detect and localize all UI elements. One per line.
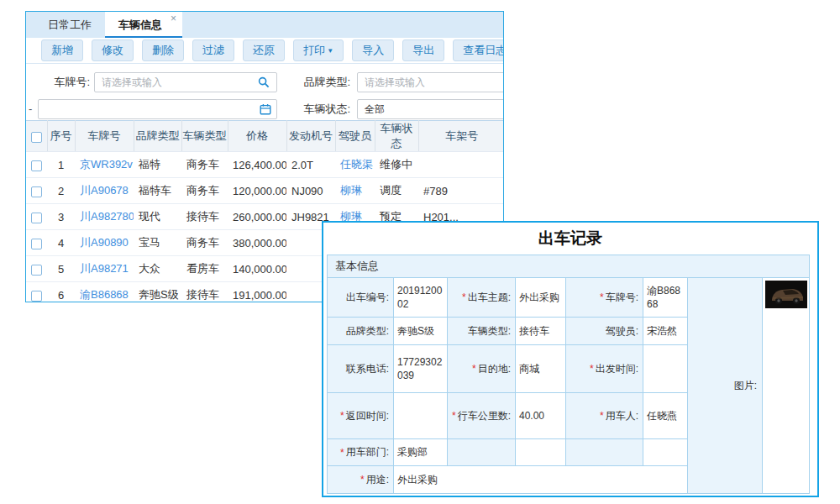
form-value: 2019120002 [394, 278, 448, 318]
column-header: 品牌类型 [134, 121, 181, 152]
row-checkbox[interactable] [31, 213, 42, 223]
form-label: *出发时间: [566, 345, 643, 393]
table-cell: 2 [47, 178, 75, 204]
tab-vehicle-info[interactable]: 车辆信息 × [105, 12, 182, 38]
table-cell[interactable]: 川A90678 [75, 178, 134, 204]
form-label: 驾驶员: [566, 318, 643, 345]
toolbar-button-6[interactable]: 导入 [352, 39, 394, 61]
form-label: 车辆类型: [448, 318, 516, 345]
table-cell: 140,000.00 [228, 256, 286, 282]
column-header: 车辆状态 [375, 121, 418, 152]
select-all-checkbox[interactable] [31, 132, 42, 143]
table-cell[interactable]: 京WR392v [75, 152, 134, 178]
status-filter-label: 车辆状态: [278, 99, 350, 119]
row-checkbox[interactable] [31, 160, 42, 171]
calendar-icon[interactable] [260, 103, 271, 115]
tab-vehicle-info-label: 车辆信息 [118, 18, 162, 31]
brand-filter-input[interactable] [357, 72, 504, 92]
required-star: * [472, 363, 476, 375]
table-cell: 接待车 [181, 282, 228, 303]
toolbar-button-8[interactable]: 查看日志 [453, 39, 504, 61]
row-checkbox[interactable] [31, 291, 42, 302]
car-photo[interactable] [765, 281, 807, 308]
table-cell: 380,000.00 [228, 230, 286, 256]
toolbar-button-5[interactable]: 打印 ▼ [293, 39, 344, 61]
form-value [643, 345, 688, 393]
form-label: *用途: [328, 466, 394, 494]
form-value: 商城 [516, 345, 566, 393]
form-label: 出车编号: [328, 278, 394, 318]
table-cell[interactable]: 川A90890 [75, 230, 134, 256]
plate-filter-label: 车牌号: [26, 72, 90, 92]
form-value: 宋浩然 [643, 318, 688, 345]
table-row: 1京WR392v福特商务车126,400.002.0T任晓渠维修中 [26, 152, 504, 178]
form-value: 任晓燕 [643, 393, 688, 439]
table-cell: 260,000.00 [228, 204, 286, 230]
table-cell: 调度 [375, 178, 418, 204]
column-header: 序号 [47, 121, 75, 152]
table-cell[interactable]: 川A982780 [75, 204, 134, 230]
toolbar-button-0[interactable]: 新增 [41, 39, 83, 61]
required-star: * [340, 447, 344, 459]
dropdown-caret-icon: ▼ [325, 47, 333, 55]
table-cell[interactable]: 任晓渠 [335, 152, 375, 178]
table-cell: NJ090 [286, 178, 335, 204]
form-value: 40.00 [516, 393, 566, 439]
plate-filter-input[interactable] [94, 72, 277, 92]
row-checkbox[interactable] [31, 239, 42, 249]
required-star: * [360, 474, 365, 486]
table-cell: 现代 [134, 204, 181, 230]
table-cell[interactable]: 渝B86868 [75, 282, 134, 303]
column-header: 驾驶员 [335, 121, 375, 152]
search-icon[interactable] [258, 76, 270, 88]
image-cell [763, 278, 810, 494]
form-value: 奔驰S级 [394, 318, 448, 345]
row-checkbox[interactable] [31, 186, 42, 197]
form-label [448, 439, 516, 466]
image-field-label: 图片: [688, 278, 763, 494]
brand-filter-label: 品牌类型: [278, 72, 350, 92]
table-cell: 6 [47, 282, 75, 303]
status-filter-select[interactable]: 全部 [357, 99, 504, 119]
table-cell: 奔驰S级 [134, 282, 181, 303]
form-value: 采购部 [394, 439, 448, 466]
form-value: 渝B86868 [643, 278, 688, 318]
form-value: 外出采购 [394, 466, 688, 494]
close-icon[interactable]: × [171, 13, 176, 24]
table-cell: 191,000.00 [228, 282, 286, 303]
tab-bar: 日常工作 车辆信息 × [26, 12, 503, 38]
screen: 日常工作 车辆信息 × 新增修改删除过滤还原打印 ▼导入导出查看日志 车牌号: … [0, 0, 840, 504]
form-label [566, 439, 643, 466]
dialog-form-grid: 基本信息 图片: 出车编号:2019120002*出车主题:外出采购*车牌号:渝… [327, 255, 810, 494]
toolbar-button-1[interactable]: 修改 [92, 39, 134, 61]
table-cell: 4 [47, 230, 75, 256]
form-value [516, 439, 566, 466]
toolbar-button-7[interactable]: 导出 [402, 39, 444, 61]
column-header: 车辆类型 [181, 121, 228, 152]
table-cell: 商务车 [181, 178, 228, 204]
toolbar-button-4[interactable]: 还原 [243, 39, 285, 61]
table-header-row: 序号车牌号品牌类型车辆类型价格发动机号驾驶员车辆状态车架号 [26, 121, 504, 152]
table-cell: 商务车 [181, 152, 228, 178]
form-value [394, 393, 448, 439]
table-cell: 1 [47, 152, 75, 178]
table-cell: 120,000.00 [228, 178, 286, 204]
table-cell[interactable]: 柳琳 [335, 178, 375, 204]
filter-area: 车牌号: 品牌类型: - 车辆状态: 全部 [26, 64, 503, 120]
date-filter-input[interactable] [38, 99, 277, 119]
required-star: * [462, 291, 466, 303]
table-row: 2川A90678福特车商务车120,000.00NJ090柳琳调度#789 [26, 178, 504, 204]
required-star: * [600, 410, 604, 422]
table-cell[interactable]: 川A98271 [75, 256, 134, 282]
form-label: *用车人: [566, 393, 643, 439]
tab-daily-work[interactable]: 日常工作 [34, 12, 105, 38]
form-label: *目的地: [448, 345, 516, 393]
row-checkbox[interactable] [31, 265, 42, 276]
toolbar-button-2[interactable]: 删除 [142, 39, 184, 61]
table-cell: 2.0T [286, 152, 335, 178]
toolbar-button-3[interactable]: 过滤 [192, 39, 234, 61]
required-star: * [600, 291, 604, 303]
form-label: *用车部门: [328, 439, 394, 466]
required-star: * [590, 363, 594, 375]
form-label: *返回时间: [328, 393, 394, 439]
